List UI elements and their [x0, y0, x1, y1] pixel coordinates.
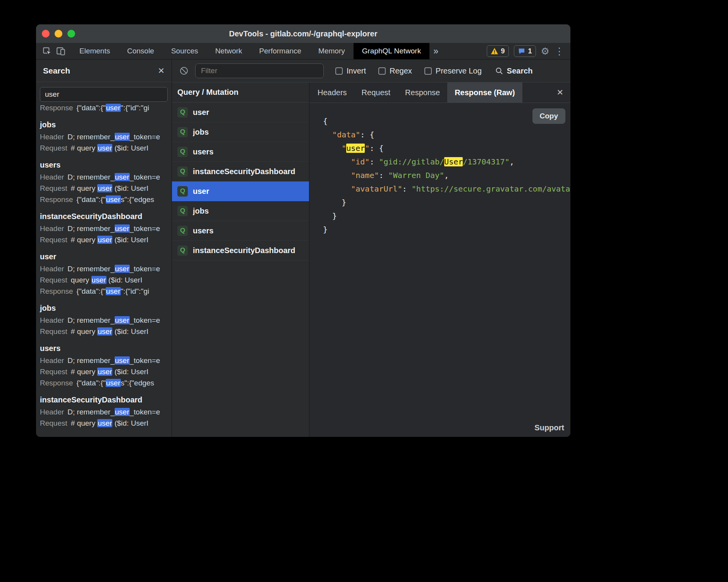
more-tabs-chevron[interactable]: »	[429, 43, 442, 59]
tab-elements[interactable]: Elements	[71, 43, 118, 59]
tab-performance[interactable]: Performance	[251, 43, 310, 59]
query-item-4-user[interactable]: Quser	[172, 181, 309, 201]
search-group-4-jobs[interactable]: jobsHeaderD; remember_user_token=eReques…	[40, 302, 168, 337]
query-item-6-users[interactable]: Qusers	[172, 221, 309, 241]
result-line-label: Response	[40, 287, 73, 295]
kebab-menu-icon[interactable]: ⋮	[555, 43, 564, 59]
search-group-3-user[interactable]: userHeaderD; remember_user_token=eReques…	[40, 251, 168, 297]
result-header-line: HeaderD; remember_user_token=e	[40, 355, 168, 366]
inspect-element-icon[interactable]	[40, 43, 54, 59]
query-type-badge: Q	[177, 206, 188, 216]
json-viewer: { "data": { "user": { "id": "gid://gitla…	[323, 115, 570, 236]
detail-tab-response-raw[interactable]: Response (Raw)	[447, 82, 522, 103]
result-line-label: Request	[40, 144, 67, 152]
search-group-title: users	[40, 159, 168, 171]
result-line-label: Response	[40, 379, 73, 387]
search-group-0-jobs[interactable]: jobsHeaderD; remember_user_token=eReques…	[40, 119, 168, 154]
tab-console[interactable]: Console	[118, 43, 163, 59]
checkbox-regex-box[interactable]	[378, 67, 386, 75]
result-header-line: HeaderD; remember_user_token=e	[40, 131, 168, 142]
detail-close-icon[interactable]: ✕	[556, 82, 563, 103]
device-toolbar-icon[interactable]	[54, 43, 68, 59]
result-header-line: HeaderD; remember_user_token=e	[40, 406, 168, 418]
settings-gear-icon[interactable]: ⚙	[541, 43, 549, 59]
result-line-value: D; remember_user_token=e	[67, 133, 160, 141]
network-area: InvertRegexPreserve Log Search Query	[172, 60, 570, 437]
window-titlebar: DevTools - gitlab.com/-/graphql-explorer	[36, 24, 570, 43]
search-match-highlight: user	[106, 104, 121, 112]
result-line-label: Header	[40, 356, 64, 365]
issues-badge[interactable]: 1	[514, 45, 536, 57]
search-group-5-users[interactable]: usersHeaderD; remember_user_token=eReque…	[40, 342, 168, 389]
checkbox-preserve-log-box[interactable]	[424, 67, 432, 75]
search-match-highlight: user	[115, 356, 130, 365]
result-line-value: D; remember_user_token=e	[67, 316, 160, 324]
detail-tabs: HeadersRequestResponseResponse (Raw)	[310, 82, 522, 103]
result-line-value: # query user ($id: UserI	[71, 184, 149, 192]
tab-graphql-network[interactable]: GraphQL Network	[354, 43, 429, 59]
warnings-badge[interactable]: 9	[487, 45, 509, 57]
close-window-button[interactable]	[42, 30, 50, 38]
json-line: "data": {	[323, 128, 570, 142]
search-match-highlight: user	[106, 287, 121, 295]
filter-input[interactable]	[195, 63, 324, 78]
search-close-icon[interactable]: ✕	[158, 66, 165, 75]
query-type-badge: Q	[177, 186, 188, 197]
json-match-highlight: user	[346, 144, 365, 153]
query-list: QuserQjobsQusersQinstanceSecurityDashboa…	[172, 103, 309, 437]
checkbox-invert-box[interactable]	[335, 67, 343, 75]
result-line-value: query user ($id: UserI	[71, 276, 143, 284]
query-item-5-jobs[interactable]: Qjobs	[172, 201, 309, 221]
result-request-line: Requestquery user ($id: UserI	[40, 274, 168, 286]
query-label: jobs	[193, 128, 209, 137]
query-panel-header: Query / Mutation	[172, 82, 309, 103]
result-response-line: Response{"data":{"users":{"edges	[40, 194, 168, 205]
json-line: "avatarUrl": "https://secure.gravatar.co…	[323, 182, 570, 196]
json-line: }	[323, 223, 570, 236]
query-item-0-user[interactable]: Quser	[172, 103, 309, 122]
clear-log-icon[interactable]	[177, 66, 191, 75]
result-line-label: Header	[40, 265, 64, 273]
message-count: 1	[528, 47, 532, 55]
tab-sources[interactable]: Sources	[163, 43, 207, 59]
query-mutation-panel: Query / Mutation QuserQjobsQusersQinstan…	[172, 82, 309, 437]
query-type-badge: Q	[177, 166, 188, 177]
tab-memory[interactable]: Memory	[310, 43, 354, 59]
search-match-highlight: user	[106, 195, 121, 204]
search-group-title: user	[40, 251, 168, 262]
minimize-window-button[interactable]	[55, 30, 62, 38]
checkbox-invert[interactable]: Invert	[335, 67, 366, 75]
query-item-2-users[interactable]: Qusers	[172, 142, 309, 162]
support-link[interactable]: Support	[534, 423, 564, 432]
search-match-highlight: user	[115, 133, 130, 141]
zoom-window-button[interactable]	[67, 30, 75, 38]
detail-tab-headers[interactable]: Headers	[310, 82, 354, 103]
query-item-7-instancesecuritydashboard[interactable]: QinstanceSecurityDashboard	[172, 241, 309, 260]
result-request-line: Request# query user ($id: UserI	[40, 418, 168, 429]
copy-button[interactable]: Copy	[532, 108, 566, 124]
query-type-badge: Q	[177, 147, 188, 157]
json-match-highlight: User	[444, 157, 463, 166]
checkbox-regex[interactable]: Regex	[378, 67, 412, 75]
search-toggle-label: Search	[507, 67, 533, 75]
result-request-line: Request# query user ($id: UserI	[40, 183, 168, 194]
traffic-lights	[42, 30, 75, 38]
detail-tab-request[interactable]: Request	[354, 82, 398, 103]
search-group-1-users[interactable]: usersHeaderD; remember_user_token=eReque…	[40, 159, 168, 205]
result-line-value: # query user ($id: UserI	[71, 236, 149, 244]
query-item-3-instancesecuritydashboard[interactable]: QinstanceSecurityDashboard	[172, 162, 309, 181]
search-toggle[interactable]: Search	[495, 67, 533, 75]
detail-tab-response[interactable]: Response	[398, 82, 447, 103]
tab-network[interactable]: Network	[207, 43, 251, 59]
search-group-2-instancesecuritydashboard[interactable]: instanceSecurityDashboardHeaderD; rememb…	[40, 211, 168, 245]
search-group-6-instancesecuritydashboard[interactable]: instanceSecurityDashboardHeaderD; rememb…	[40, 394, 168, 429]
checkbox-invert-label: Invert	[347, 67, 366, 75]
result-request-line: Request# query user ($id: UserI	[40, 326, 168, 337]
checkbox-preserve-log[interactable]: Preserve Log	[424, 67, 482, 75]
query-item-1-jobs[interactable]: Qjobs	[172, 122, 309, 142]
result-response-line: Response{"data":{"user":{"id":"gi	[40, 104, 168, 113]
query-label: instanceSecurityDashboard	[193, 246, 295, 255]
search-input[interactable]	[40, 87, 168, 102]
query-panel-title: Query / Mutation	[177, 88, 239, 97]
search-match-highlight: user	[97, 236, 112, 244]
